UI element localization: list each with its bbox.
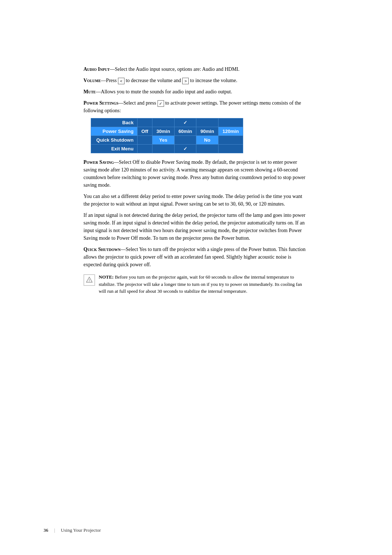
svg-point-1 — [89, 281, 90, 282]
menu-table: Back ✓ Power Saving Off 30min 60min 90mi… — [91, 118, 243, 153]
mute-paragraph: Mute—Allows you to mute the sounds for a… — [83, 88, 309, 96]
back-col2 — [152, 118, 175, 127]
page-number: 36 — [44, 527, 48, 533]
ps-60min[interactable]: 60min — [174, 127, 196, 136]
qs-col1 — [137, 136, 152, 145]
back-label[interactable]: Back — [91, 118, 138, 127]
activate-button[interactable]: ✓ — [158, 100, 164, 107]
power-saving-paragraph: Power Saving—Select Off to disable Power… — [83, 158, 309, 189]
power-settings-menu: Back ✓ Power Saving Off 30min 60min 90mi… — [83, 118, 309, 153]
note-text: NOTE: Before you turn on the projector a… — [99, 274, 309, 295]
back-col5 — [218, 118, 243, 127]
menu-row-exit[interactable]: Exit Menu ✓ — [91, 145, 243, 153]
note-heading: NOTE: — [99, 274, 114, 280]
power-saving-term: Power Saving — [83, 159, 114, 165]
footer-separator: | — [54, 527, 55, 533]
mute-body: Allows you to mute the sounds for audio … — [101, 89, 232, 94]
note-box: NOTE: Before you turn on the projector a… — [83, 274, 309, 295]
power-settings-paragraph: Power Settings—Select and press ✓ to act… — [83, 99, 309, 114]
ps-off[interactable]: Off — [137, 127, 152, 136]
power-settings-heading: Power Settings — [83, 100, 118, 106]
footer-label: Using Your Projector — [61, 527, 101, 533]
audio-input-heading: Audio Input — [83, 66, 110, 72]
qs-col3 — [174, 136, 196, 145]
volume-paragraph: Volume—Press < to decrease the volume an… — [83, 77, 309, 84]
volume-heading: Volume — [83, 78, 101, 83]
back-check: ✓ — [174, 118, 196, 127]
quick-shutdown-label[interactable]: Quick Shutdown — [91, 136, 138, 145]
exit-col5 — [218, 145, 243, 153]
note-body-text: Before you turn on the projector again, … — [99, 274, 302, 294]
exit-check: ✓ — [174, 145, 196, 153]
audio-input-body: Select the Audio input source, options a… — [115, 66, 239, 72]
volume-increase-button[interactable]: > — [182, 78, 189, 84]
exit-col1 — [137, 145, 152, 153]
note-icon — [83, 274, 95, 286]
power-saving-para3: If an input signal is not detected durin… — [83, 211, 309, 242]
qs-yes[interactable]: Yes — [152, 136, 175, 145]
power-saving-label[interactable]: Power Saving — [91, 127, 138, 136]
page-footer: 36 | Using Your Projector — [44, 527, 348, 533]
mute-heading: Mute — [83, 89, 96, 94]
menu-row-back[interactable]: Back ✓ — [91, 118, 243, 127]
audio-input-paragraph: Audio Input—Select the Audio input sourc… — [83, 65, 309, 73]
exit-menu-label[interactable]: Exit Menu — [91, 145, 138, 153]
volume-decrease-button[interactable]: < — [118, 78, 124, 84]
power-saving-para2: You can also set a different delay perio… — [83, 193, 309, 208]
menu-row-quick-shutdown[interactable]: Quick Shutdown Yes No — [91, 136, 243, 145]
exit-col2 — [152, 145, 175, 153]
quick-shutdown-paragraph: Quick Shutdown—Select Yes to turn off th… — [83, 246, 309, 268]
menu-row-power-saving[interactable]: Power Saving Off 30min 60min 90min 120mi… — [91, 127, 243, 136]
quick-shutdown-term: Quick Shutdown — [83, 247, 121, 252]
back-col4 — [196, 118, 219, 127]
page-content: Audio Input—Select the Audio input sourc… — [40, 0, 352, 324]
qs-col5 — [218, 136, 243, 145]
exit-col4 — [196, 145, 219, 153]
ps-90min[interactable]: 90min — [196, 127, 219, 136]
ps-120min[interactable]: 120min — [218, 127, 243, 136]
ps-30min[interactable]: 30min — [152, 127, 175, 136]
back-col1 — [137, 118, 152, 127]
qs-no[interactable]: No — [196, 136, 219, 145]
